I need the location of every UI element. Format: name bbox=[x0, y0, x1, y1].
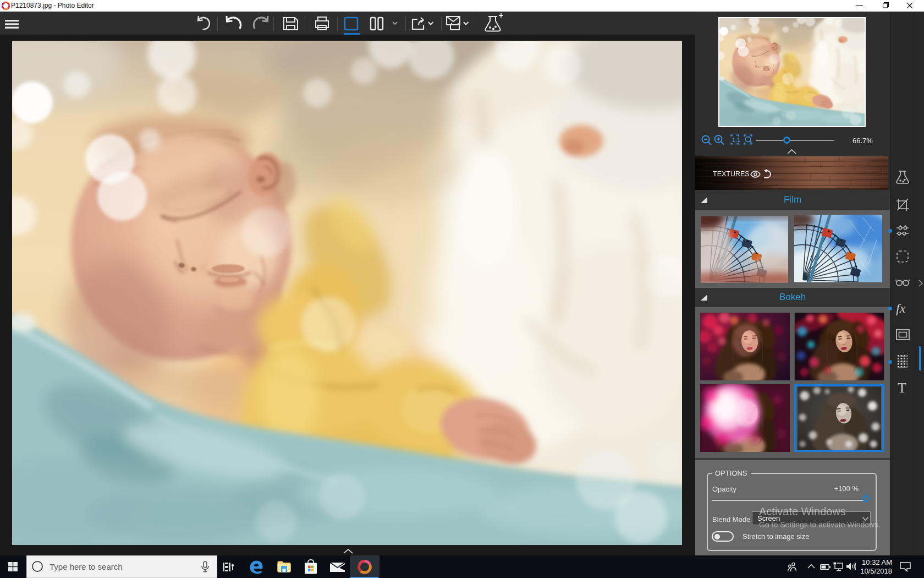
svg-text:fx: fx bbox=[896, 301, 906, 315]
svg-text:T: T bbox=[898, 380, 906, 396]
svg-text:1:1: 1:1 bbox=[732, 137, 740, 143]
